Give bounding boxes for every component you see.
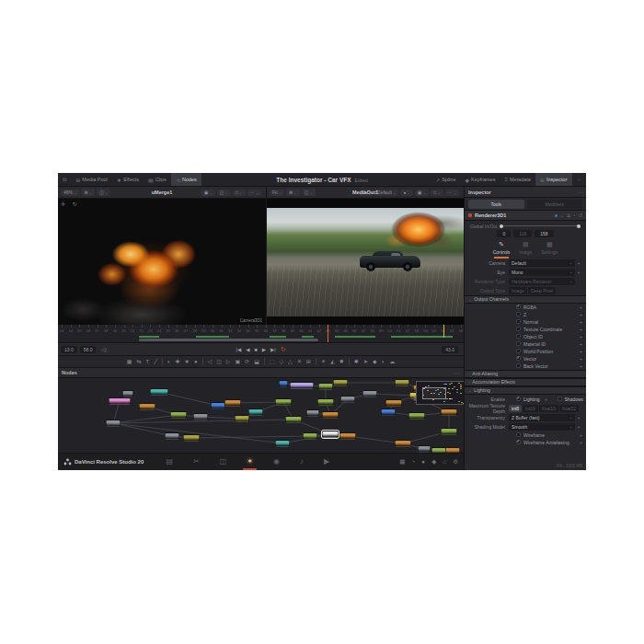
tool-icon-25[interactable]: ✸: [339, 359, 344, 364]
segment-float16[interactable]: float16: [539, 405, 558, 412]
graph-node-34[interactable]: [165, 432, 179, 440]
keyframe-plus-icon[interactable]: +: [543, 397, 550, 402]
tool-icon-28[interactable]: ➤: [363, 359, 368, 364]
right-viewer-right-chip-3[interactable]: ▣: [415, 190, 429, 196]
checkbox[interactable]: ✓: [516, 305, 521, 309]
toolbar-button-media-pool[interactable]: ⊞Media Pool: [71, 173, 112, 186]
checkbox[interactable]: [516, 312, 521, 316]
keyframe-plus-icon[interactable]: +: [580, 440, 582, 445]
page-media[interactable]: ▤: [166, 458, 173, 466]
tool-icon-6[interactable]: ✚: [175, 359, 179, 364]
left-viewer-right-chip-1[interactable]: ◫: [217, 190, 231, 196]
taskbar-icon-5[interactable]: ⚙: [453, 458, 458, 466]
node-header-icon-2[interactable]: ◔: [573, 213, 576, 218]
section-header-output-channels[interactable]: ⌄Output Channels: [465, 295, 586, 304]
tool-icon-10[interactable]: ◁: [208, 359, 213, 364]
right-viewer-chip-1[interactable]: ◫: [302, 189, 316, 196]
control-select[interactable]: Smooth: [509, 423, 575, 431]
node-graph-minimap[interactable]: [416, 381, 464, 405]
page-edit[interactable]: ◫: [220, 458, 227, 466]
section-header-anti-aliasing[interactable]: ›Anti-Aliasing: [465, 370, 586, 378]
graph-node-36[interactable]: [395, 440, 411, 447]
right-viewer-right-chip-5[interactable]: ⋯: [445, 190, 459, 196]
right-viewer-chip-0[interactable]: ⊞: [286, 189, 300, 196]
tool-icon-27[interactable]: ✱: [354, 359, 359, 364]
control-select[interactable]: Z Buffer (fast): [509, 414, 575, 421]
tool-icon-21[interactable]: ⊞: [306, 359, 311, 364]
graph-node-10[interactable]: [248, 408, 263, 416]
toolbar-button-keyframes[interactable]: ◆Keyframes: [460, 173, 500, 186]
graph-node-16[interactable]: [333, 379, 348, 386]
inspector-subtab-settings[interactable]: ▦Settings: [541, 241, 558, 259]
checkbox[interactable]: [516, 327, 521, 331]
toolbar-button-nodes[interactable]: ⊲Nodes: [171, 173, 201, 186]
graph-node-6[interactable]: [193, 413, 208, 420]
keyframe-plus-icon[interactable]: +: [580, 305, 582, 310]
tool-icon-3[interactable]: ╱: [154, 359, 157, 364]
taskbar-icon-1[interactable]: ◔: [411, 458, 415, 466]
checkbox[interactable]: ✓: [516, 397, 521, 401]
right-viewer[interactable]: [267, 199, 464, 325]
keyframe-plus-icon[interactable]: +: [575, 270, 582, 275]
global-in-out-value-2[interactable]: 158: [535, 230, 553, 237]
tool-icon-20[interactable]: ✕: [297, 359, 302, 364]
keyframe-plus-icon[interactable]: +: [575, 260, 582, 266]
time-ruler[interactable]: 1314151617181920212223242526272829303132…: [58, 325, 464, 343]
left-viewer-right-chip-2[interactable]: □: [233, 190, 246, 196]
tool-icon-7[interactable]: ★: [185, 359, 190, 364]
checkbox[interactable]: [516, 319, 521, 324]
page-cut[interactable]: ✂: [193, 458, 200, 466]
graph-node-35[interactable]: [183, 434, 200, 442]
graph-node-18[interactable]: [306, 409, 319, 417]
graph-node-4[interactable]: [150, 388, 168, 396]
graph-node-29[interactable]: [441, 428, 457, 435]
range-in-field[interactable]: 13.0: [61, 346, 77, 353]
page-fairlight[interactable]: ♪: [300, 458, 304, 466]
tool-icon-30[interactable]: ◗: [382, 359, 385, 364]
toolbar-button-spline[interactable]: ↗Spline: [431, 173, 460, 186]
tool-icon-15[interactable]: ⬓: [254, 359, 259, 364]
checkbox[interactable]: [516, 432, 521, 437]
graph-node-30[interactable]: [322, 431, 339, 438]
keyframe-plus-icon[interactable]: +: [575, 415, 582, 420]
keyframe-plus-icon[interactable]: +: [580, 327, 582, 332]
keyframe-plus-icon[interactable]: +: [580, 341, 582, 347]
tool-icon-0[interactable]: ▦: [127, 359, 132, 364]
graph-node-14[interactable]: [290, 382, 314, 389]
tool-icon-2[interactable]: T: [146, 359, 150, 364]
checkbox[interactable]: [516, 334, 521, 339]
graph-node-9[interactable]: [235, 415, 249, 422]
tool-icon-29[interactable]: ◆: [373, 359, 377, 364]
node-header-icon-3[interactable]: ↺: [579, 213, 582, 218]
tool-icon-5[interactable]: ◐: [167, 359, 171, 364]
segment-float32[interactable]: float32: [559, 405, 579, 412]
tool-icon-1[interactable]: ⇆: [137, 359, 142, 364]
left-viewer-chip-0[interactable]: ⊞: [81, 189, 95, 196]
left-viewer[interactable]: ✛ ↻ Camera3D1: [58, 199, 267, 325]
keyframe-plus-icon[interactable]: +: [575, 424, 582, 430]
checkbox[interactable]: [516, 349, 521, 353]
zoom-level-dropdown[interactable]: 46%: [61, 190, 79, 196]
checkbox[interactable]: ✓: [516, 440, 521, 444]
graph-node-13[interactable]: [279, 380, 288, 387]
playhead[interactable]: [328, 325, 328, 342]
tool-icon-14[interactable]: ⟳: [245, 359, 249, 364]
loop-button[interactable]: ↻: [281, 346, 286, 353]
current-frame-field[interactable]: 43.0: [442, 346, 458, 353]
graph-node-2[interactable]: [122, 390, 133, 397]
go-last-button[interactable]: ▶|: [270, 347, 276, 352]
control-select[interactable]: Default: [509, 259, 575, 267]
node-header-icon-1[interactable]: ⧉: [567, 213, 570, 219]
inspector-subtab-controls[interactable]: ✎Controls: [493, 241, 511, 259]
tool-icon-17[interactable]: ⬚: [270, 359, 275, 364]
graph-node-37[interactable]: [418, 445, 431, 453]
fit-dropdown[interactable]: Fit: [270, 190, 284, 196]
node-graph[interactable]: [58, 378, 464, 453]
inspector-tab-tools[interactable]: Tools: [468, 200, 524, 209]
ui-layout-icon[interactable]: ⧉: [58, 173, 71, 186]
tool-icon-8[interactable]: ●: [194, 359, 198, 364]
left-viewer-right-chip-0[interactable]: ▣: [201, 190, 215, 196]
graph-node-32[interactable]: [339, 432, 356, 440]
keyframe-plus-icon[interactable]: +: [580, 432, 582, 438]
checkbox[interactable]: [516, 341, 521, 346]
